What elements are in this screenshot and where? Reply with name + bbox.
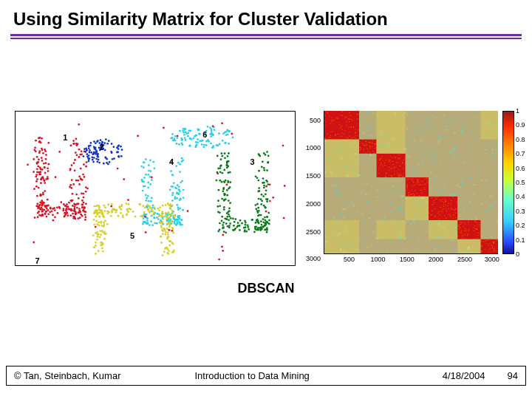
svg-point-527: [182, 209, 184, 211]
svg-rect-1875: [474, 225, 475, 226]
svg-point-1023: [160, 222, 162, 224]
svg-point-1064: [139, 203, 141, 205]
svg-point-49: [48, 163, 50, 166]
svg-point-942: [103, 224, 105, 226]
svg-point-606: [213, 145, 215, 147]
colorbar-gradient: [502, 111, 514, 254]
svg-rect-1812: [449, 214, 449, 214]
svg-point-1059: [166, 228, 168, 230]
svg-point-725: [225, 222, 228, 225]
svg-point-228: [36, 156, 38, 158]
svg-point-422: [171, 194, 174, 197]
svg-point-1067: [102, 215, 104, 217]
svg-point-941: [168, 236, 170, 238]
svg-point-597: [205, 144, 208, 146]
svg-point-1079: [269, 183, 271, 185]
svg-point-763: [224, 157, 226, 159]
svg-point-889: [167, 231, 169, 233]
svg-rect-1779: [439, 214, 440, 215]
svg-point-518: [183, 197, 185, 199]
svg-point-748: [265, 194, 267, 196]
svg-rect-1622: [367, 149, 368, 149]
svg-point-904: [160, 225, 163, 227]
svg-point-533: [197, 138, 199, 140]
svg-point-1092: [265, 211, 267, 213]
svg-rect-1532: [341, 111, 342, 112]
svg-point-771: [260, 214, 262, 216]
svg-point-484: [171, 200, 174, 202]
svg-point-702: [267, 198, 269, 200]
svg-point-953: [168, 250, 170, 252]
svg-rect-1722: [418, 183, 419, 183]
svg-point-1027: [119, 207, 121, 209]
svg-point-122: [54, 209, 56, 211]
svg-point-1077: [222, 234, 224, 236]
svg-rect-1637: [378, 170, 378, 171]
svg-point-369: [152, 204, 154, 206]
svg-rect-1858: [475, 221, 476, 222]
svg-point-1104: [284, 185, 286, 187]
svg-rect-1667: [390, 175, 391, 176]
svg-rect-1898: [490, 248, 491, 249]
svg-point-1003: [141, 215, 143, 217]
svg-point-724: [224, 217, 226, 219]
svg-rect-1944: [429, 111, 457, 140]
svg-point-224: [81, 154, 83, 156]
svg-rect-1874: [461, 233, 462, 233]
svg-rect-1957: [481, 140, 499, 154]
svg-point-424: [147, 195, 149, 197]
ytick: 500: [310, 117, 321, 124]
svg-point-635: [260, 220, 262, 222]
svg-rect-1866: [477, 225, 478, 225]
svg-rect-1823: [446, 201, 446, 202]
svg-point-496: [180, 219, 183, 221]
svg-point-601: [202, 140, 204, 142]
svg-point-596: [194, 135, 196, 137]
svg-rect-1627: [360, 141, 361, 142]
svg-point-824: [221, 155, 223, 157]
svg-point-1073: [58, 151, 61, 153]
svg-point-115: [69, 214, 72, 216]
svg-point-445: [169, 188, 171, 191]
svg-rect-1731: [406, 180, 406, 181]
svg-rect-1613: [368, 151, 369, 152]
svg-point-553: [228, 130, 231, 132]
svg-rect-1721: [426, 181, 427, 182]
svg-point-1102: [221, 246, 223, 248]
svg-point-330: [103, 163, 105, 165]
svg-rect-1528: [324, 115, 325, 115]
svg-point-1037: [160, 236, 162, 238]
svg-point-46: [36, 168, 38, 170]
svg-point-1062: [161, 211, 163, 213]
svg-rect-1753: [427, 178, 428, 179]
svg-rect-1747: [425, 184, 426, 185]
svg-point-980: [168, 245, 171, 247]
slide-footer: © Tan, Steinbach, Kumar Introduction to …: [6, 366, 526, 386]
svg-rect-1888: [493, 248, 494, 249]
svg-point-26: [69, 186, 71, 188]
svg-rect-1533: [349, 136, 350, 137]
svg-rect-1663: [404, 163, 405, 164]
svg-point-874: [163, 250, 166, 253]
svg-point-879: [99, 211, 101, 214]
svg-point-886: [103, 205, 106, 207]
svg-point-517: [150, 200, 152, 202]
svg-point-275: [89, 151, 91, 154]
svg-point-207: [50, 207, 52, 209]
svg-point-120: [74, 169, 76, 171]
svg-rect-1844: [460, 232, 460, 233]
svg-rect-1904: [488, 252, 489, 253]
svg-rect-1762: [439, 199, 440, 200]
svg-point-55: [84, 214, 86, 216]
svg-point-679: [221, 216, 223, 218]
svg-rect-1624: [369, 152, 370, 153]
svg-point-78: [52, 214, 54, 216]
svg-point-1090: [127, 199, 129, 201]
svg-point-728: [226, 216, 228, 218]
svg-rect-1807: [451, 204, 451, 205]
svg-rect-1645: [379, 158, 380, 159]
svg-rect-1639: [399, 176, 400, 177]
svg-point-143: [35, 140, 37, 142]
svg-point-332: [106, 162, 108, 164]
footer-date: 4/18/2004: [443, 370, 508, 381]
